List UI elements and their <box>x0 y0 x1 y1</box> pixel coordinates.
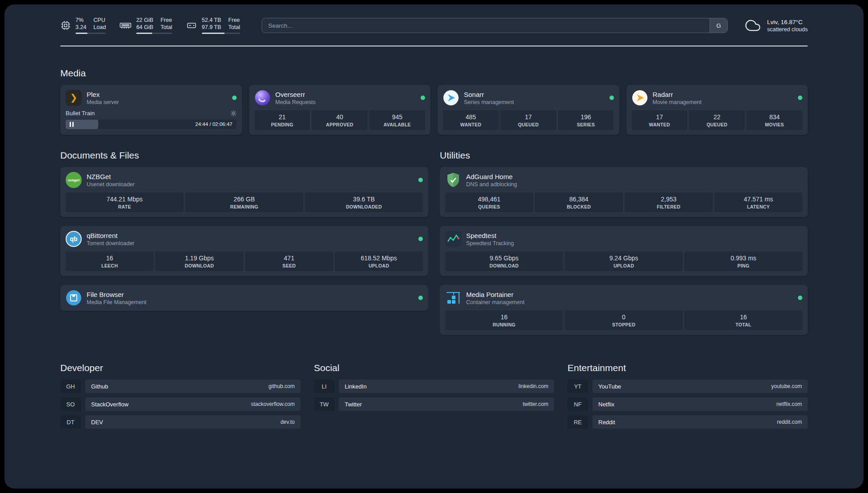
section-title-social: Social <box>314 363 554 373</box>
section-title-entertainment: Entertainment <box>568 363 808 373</box>
player-progress-bar[interactable]: 24:44 / 02:06:47 <box>66 120 237 129</box>
stat-tile: 40 APPROVED <box>312 110 367 130</box>
service-card-overseerr[interactable]: Overseerr Media Requests 21 PENDING 40 A… <box>249 85 431 135</box>
bookmark-url: youtube.com <box>771 383 802 389</box>
stat-tile: 22 QUEUED <box>689 110 745 130</box>
bookmark-netflix[interactable]: NF Netflix netflix.com <box>568 397 808 411</box>
bookmark-reddit[interactable]: RE Reddit reddit.com <box>568 415 808 429</box>
topbar: 7% 3.24 CPU Load <box>60 17 808 34</box>
disk-bar <box>202 33 240 34</box>
service-subtitle: Torrent downloader <box>87 240 134 246</box>
stat-tile: 618.52 Mbps UPLOAD <box>335 251 423 271</box>
memory-bar <box>136 33 172 34</box>
service-card-portainer[interactable]: Media Portainer Container management 16 … <box>440 285 808 335</box>
service-subtitle: Usenet downloader <box>87 181 135 188</box>
search-bar: G <box>262 18 728 33</box>
memory-value-bottom: 64 GiB <box>136 24 153 31</box>
bookmark-name: Reddit <box>598 419 615 426</box>
stat-tile: 498,461 QUERIES <box>445 192 533 212</box>
cloud-icon <box>743 18 763 33</box>
bookmark-name: Github <box>91 383 108 390</box>
bookmark-youtube[interactable]: YT YouTube youtube.com <box>568 380 808 393</box>
memory-label-top: Free <box>160 17 172 24</box>
service-title: Radarr <box>653 91 702 98</box>
cpu-icon <box>60 20 71 31</box>
service-card-sonarr[interactable]: Sonarr Series management 485 WANTED 17 Q… <box>438 85 619 135</box>
service-subtitle: Speedtest Tracking <box>466 240 514 246</box>
service-card-qbittorrent[interactable]: qb qBittorrent Torrent downloader 16 LEE… <box>60 226 428 276</box>
bookmark-url: stackoverflow.com <box>251 401 295 407</box>
service-subtitle: Series management <box>464 99 514 105</box>
bookmark-name: DEV <box>91 419 103 426</box>
service-subtitle: DNS and adblocking <box>466 181 517 188</box>
bookmark-dev[interactable]: DT DEV dev.to <box>60 415 300 429</box>
bookmark-abbr: YT <box>568 380 588 393</box>
service-title: NZBGet <box>87 173 135 180</box>
disk-widget: 52.4 TB 97.9 TB Free Total <box>186 17 240 34</box>
bookmark-name: YouTube <box>598 383 621 390</box>
bookmark-url: reddit.com <box>777 419 802 425</box>
bookmark-abbr: SO <box>60 397 81 411</box>
search-input[interactable] <box>262 18 709 33</box>
section-utilities: Utilities AdGuard Home <box>440 150 808 335</box>
stat-tile: 47.571 ms LATENCY <box>714 192 802 212</box>
bookmark-url: netflix.com <box>776 401 802 407</box>
service-card-filebrowser[interactable]: File Browser Media File Management <box>60 285 428 311</box>
service-card-adguard[interactable]: AdGuard Home DNS and adblocking 498,461 … <box>440 167 808 217</box>
overseerr-icon <box>255 90 271 106</box>
service-subtitle: Media Requests <box>275 99 316 105</box>
stat-tile: 9.24 Gbps UPLOAD <box>565 251 683 271</box>
status-dot <box>421 96 425 100</box>
service-title: Media Portainer <box>466 291 525 298</box>
service-card-nzbget[interactable]: nzbget NZBGet Usenet downloader 744.21 M… <box>60 167 428 217</box>
stat-tile: 17 QUEUED <box>501 110 556 130</box>
stat-tile: 0.993 ms PING <box>684 251 802 271</box>
stat-tile: 9.65 Gbps DOWNLOAD <box>445 251 563 271</box>
stat-tile: 196 SERIES <box>558 110 614 130</box>
radarr-icon <box>632 90 648 106</box>
status-dot <box>418 296 423 300</box>
cpu-bar <box>75 33 106 34</box>
bookmark-url: twitter.com <box>523 401 548 407</box>
status-dot <box>418 178 423 182</box>
service-subtitle: Media server <box>87 99 119 105</box>
sonarr-icon <box>443 90 459 106</box>
service-card-plex[interactable]: ❯ Plex Media server Bullet Train <box>60 85 242 135</box>
status-dot <box>798 96 802 100</box>
bookmark-linkedin[interactable]: LI LinkedIn linkedin.com <box>314 380 554 393</box>
search-provider-button[interactable]: G <box>709 18 727 33</box>
status-dot <box>418 237 423 241</box>
section-title-documents: Documents & Files <box>60 150 428 161</box>
now-playing-title: Bullet Train <box>66 110 95 117</box>
cpu-value-top: 7% <box>75 17 86 24</box>
plex-icon: ❯ <box>66 90 82 106</box>
gear-icon[interactable] <box>230 110 237 117</box>
qbittorrent-icon: qb <box>66 231 82 247</box>
weather-condition: scattered clouds <box>767 26 808 33</box>
stat-tile: 16 TOTAL <box>684 310 802 330</box>
service-title: qBittorrent <box>87 232 134 239</box>
pause-icon[interactable] <box>70 122 74 127</box>
stat-tile: 0 STOPPED <box>565 310 683 330</box>
section-title-media: Media <box>60 68 808 79</box>
nzbget-icon: nzbget <box>66 172 82 188</box>
bookmark-url: linkedin.com <box>518 383 548 389</box>
service-title: Speedtest <box>466 232 514 239</box>
status-dot <box>609 96 614 100</box>
stat-tile: 39.6 TB DOWNLOADED <box>305 192 423 212</box>
stat-tile: 21 PENDING <box>255 110 310 130</box>
bookmark-stackoverflow[interactable]: SO StackOverflow stackoverflow.com <box>60 397 300 411</box>
stat-tile: 471 SEED <box>245 251 333 271</box>
service-subtitle: Container management <box>466 299 525 305</box>
disk-icon <box>186 20 197 31</box>
weather-widget[interactable]: Lviv, 16.87°C scattered clouds <box>743 18 808 33</box>
dashboard-panel: 7% 3.24 CPU Load <box>4 4 864 489</box>
service-card-speedtest[interactable]: Speedtest Speedtest Tracking 9.65 Gbps D… <box>440 226 808 276</box>
service-title: Overseerr <box>275 91 316 98</box>
bookmark-abbr: RE <box>568 415 588 429</box>
adguard-icon <box>445 172 461 188</box>
service-card-radarr[interactable]: Radarr Movie management 17 WANTED 22 QUE… <box>626 85 808 135</box>
service-title: Sonarr <box>464 91 514 98</box>
bookmark-twitter[interactable]: TW Twitter twitter.com <box>314 397 554 411</box>
bookmark-github[interactable]: GH Github github.com <box>60 380 300 393</box>
